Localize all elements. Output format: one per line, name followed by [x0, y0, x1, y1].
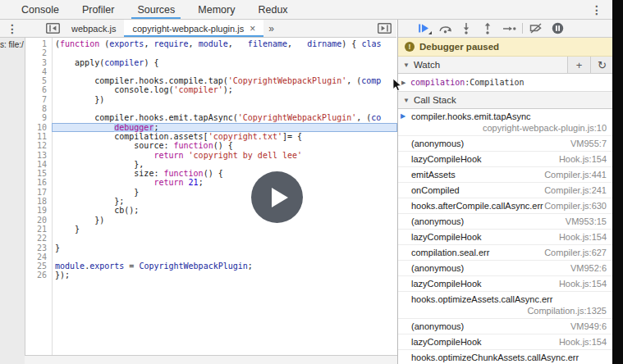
watch-section-header[interactable]: ▼ Watch + ↻ [398, 57, 613, 74]
line-number[interactable]: 6 [25, 85, 52, 94]
line-number[interactable]: 13 [25, 151, 52, 160]
code-token: , ( [346, 76, 361, 85]
watch-expression-row[interactable]: ▶ compilation: Compilation [398, 74, 613, 92]
more-tabs-icon[interactable]: » [263, 23, 278, 34]
tab-console[interactable]: Console [10, 0, 71, 19]
call-stack-frame[interactable]: (anonymous)VM949:6 [398, 319, 613, 334]
tab-sources[interactable]: Sources [126, 0, 186, 19]
navigator-strip[interactable] [0, 38, 25, 364]
step-icon[interactable] [498, 20, 520, 37]
line-number[interactable]: 21 [25, 225, 52, 234]
line-number[interactable]: 17 [25, 188, 52, 197]
code-text[interactable]: compiler.hooks.compile.tap('CopyrightWeb… [52, 76, 397, 85]
code-text[interactable]: apply(compiler) { [52, 58, 397, 67]
refresh-watch-icon[interactable]: ↻ [590, 57, 613, 73]
line-number[interactable]: 4 [25, 67, 52, 76]
call-stack-frame[interactable]: emitAssetsCompiler.js:441 [398, 167, 613, 183]
deactivate-breakpoints-icon[interactable] [525, 20, 547, 37]
navigator-toggle-icon[interactable] [43, 20, 63, 37]
code-text[interactable]: compilation.assets['copyright.txt']= { [52, 132, 397, 141]
kebab-menu-icon[interactable]: ⋮ [3, 23, 21, 34]
code-text[interactable] [52, 253, 397, 262]
code-text[interactable]: }; [52, 197, 397, 206]
tab-redux[interactable]: Redux [246, 0, 299, 19]
file-tab-webpack-js[interactable]: webpack.js [63, 20, 124, 37]
line-number[interactable]: 11 [25, 132, 52, 141]
line-number[interactable]: 19 [25, 206, 52, 215]
code-text[interactable] [52, 104, 397, 113]
line-number[interactable]: 22 [25, 234, 52, 243]
call-stack-frame[interactable]: onCompiledCompiler.js:241 [398, 183, 613, 198]
step-into-icon[interactable] [456, 20, 477, 37]
paused-banner-text: Debugger paused [419, 42, 499, 52]
step-out-icon[interactable] [477, 20, 498, 37]
call-stack-frame[interactable]: lazyCompileHookHook.js:154 [398, 276, 613, 292]
call-stack-frame-current[interactable]: ▶compiler.hooks.emit.tapAsynccopyright-w… [398, 109, 613, 136]
code-line: 1(function (exports, require, module, __… [25, 39, 397, 48]
call-stack-section-header[interactable]: ▼ Call Stack [398, 92, 613, 109]
call-stack-frame[interactable]: (anonymous)VM955:7 [398, 136, 613, 152]
call-stack-frame[interactable]: lazyCompileHookHook.js:154 [398, 230, 613, 245]
line-number[interactable]: 1 [25, 39, 52, 48]
line-number[interactable]: 10 [25, 123, 52, 132]
code-text[interactable]: size: function() { [52, 169, 397, 178]
code-text[interactable]: module.exports = CopyrightWebpackPlugin; [52, 262, 397, 271]
line-number[interactable]: 12 [25, 141, 52, 150]
close-icon[interactable]: × [250, 24, 255, 34]
line-number[interactable]: 7 [25, 95, 52, 104]
code-text[interactable]: compiler.hooks.emit.tapAsync('CopyrightW… [52, 113, 397, 122]
call-stack-frame[interactable]: lazyCompileHookHook.js:154 [398, 334, 613, 350]
code-line: 2 [25, 48, 397, 57]
code-token [55, 151, 153, 160]
line-number[interactable]: 3 [25, 58, 52, 67]
code-text[interactable]: } [52, 243, 397, 253]
code-text[interactable]: source: function() { [52, 141, 397, 150]
add-watch-icon[interactable]: + [567, 57, 590, 73]
call-stack-frame[interactable]: hooks.afterCompile.callAsync.errCompiler… [398, 198, 613, 214]
line-number[interactable]: 24 [25, 253, 52, 262]
devtools-menu-icon[interactable]: ⋮ [588, 4, 606, 16]
code-text[interactable]: debugger; [52, 123, 397, 132]
call-stack-frame[interactable]: hooks.optimizeChunkAssets.callAsync.err [398, 350, 613, 364]
code-text[interactable]: return 'copyright by dell lee' [52, 151, 397, 160]
code-text[interactable] [52, 234, 397, 243]
line-number[interactable]: 16 [25, 178, 52, 187]
call-stack-frame[interactable]: (anonymous)VM953:15 [398, 214, 613, 230]
code-text[interactable]: }) [52, 216, 397, 225]
code-text[interactable]: (function (exports, require, module, __f… [52, 39, 397, 48]
video-play-overlay[interactable] [251, 171, 303, 223]
code-text[interactable]: console.log('compiler'); [52, 85, 397, 94]
code-text[interactable] [52, 48, 397, 57]
line-number[interactable]: 2 [25, 48, 52, 57]
code-text[interactable]: }) [52, 95, 397, 104]
code-text[interactable] [52, 67, 397, 76]
line-number[interactable]: 9 [25, 113, 52, 122]
tab-memory[interactable]: Memory [186, 0, 246, 19]
line-number[interactable]: 18 [25, 197, 52, 206]
call-stack-frame[interactable]: lazyCompileHookHook.js:154 [398, 152, 613, 167]
call-stack-frame[interactable]: (anonymous)VM952:6 [398, 261, 613, 276]
line-number[interactable]: 25 [25, 262, 52, 271]
code-text[interactable]: } [52, 225, 397, 234]
file-tab-copyright-webpack-plugin-js[interactable]: copyright-webpack-plugin.js × [124, 20, 263, 37]
sidebar-toggle-icon[interactable] [374, 20, 395, 37]
code-text[interactable]: }, [52, 160, 397, 169]
code-text[interactable]: cb(); [52, 206, 397, 215]
line-number[interactable]: 14 [25, 160, 52, 169]
frame-location: Hook.js:154 [559, 336, 607, 348]
line-number[interactable]: 8 [25, 104, 52, 113]
line-number[interactable]: 15 [25, 169, 52, 178]
step-over-icon[interactable] [434, 20, 456, 37]
line-number[interactable]: 20 [25, 216, 52, 225]
line-number[interactable]: 26 [25, 271, 52, 280]
code-text[interactable]: return 21; [52, 178, 397, 187]
call-stack-frame[interactable]: hooks.optimizeAssets.callAsync.errCompil… [398, 292, 613, 319]
pause-on-exceptions-icon[interactable] [547, 20, 568, 37]
code-text[interactable]: }); [52, 271, 397, 280]
code-text[interactable]: } [52, 188, 397, 197]
line-number[interactable]: 23 [25, 243, 52, 253]
resume-icon[interactable] [413, 20, 434, 37]
line-number[interactable]: 5 [25, 76, 52, 85]
tab-profiler[interactable]: Profiler [71, 0, 126, 19]
call-stack-frame[interactable]: compilation.seal.errCompiler.js:627 [398, 245, 613, 261]
